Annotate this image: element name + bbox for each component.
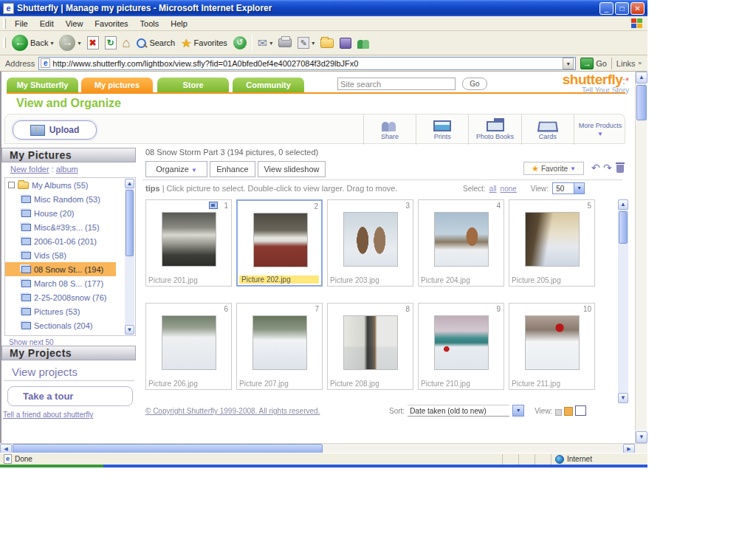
back-dropdown-icon[interactable]: ▾ bbox=[50, 40, 53, 47]
edit-dropdown-icon[interactable]: ▾ bbox=[312, 40, 315, 47]
tell-friend-link[interactable]: Tell a friend about shutterfly bbox=[3, 411, 93, 419]
photo-thumbnail[interactable] bbox=[343, 212, 398, 267]
favorite-button[interactable]: ★ Favorite ▼ bbox=[523, 162, 584, 175]
photo-thumbnail[interactable] bbox=[252, 315, 307, 370]
checkbox[interactable] bbox=[8, 182, 15, 188]
minimize-button[interactable]: _ bbox=[599, 2, 614, 15]
go-button[interactable]: → Go bbox=[580, 58, 607, 69]
scrollbar-thumb[interactable] bbox=[636, 85, 647, 120]
album-item[interactable]: House (20) bbox=[5, 206, 135, 220]
scroll-up-icon[interactable]: ▲ bbox=[636, 72, 647, 83]
forward-dropdown-icon[interactable]: ▾ bbox=[78, 40, 80, 47]
photo-card-selected[interactable]: 2 Picture 202.jpg bbox=[236, 199, 323, 287]
rotate-left-icon[interactable]: ↶ bbox=[591, 162, 600, 174]
back-button[interactable]: ← Back ▾ bbox=[9, 32, 56, 53]
messenger-button[interactable] bbox=[354, 32, 374, 53]
photo-thumbnail[interactable] bbox=[253, 213, 308, 267]
scroll-up-icon[interactable]: ▲ bbox=[618, 199, 628, 210]
address-input-box[interactable]: e ▾ bbox=[38, 57, 576, 70]
rotate-right-icon[interactable]: ↷ bbox=[603, 162, 612, 174]
mail-dropdown-icon[interactable]: ▾ bbox=[269, 40, 272, 47]
menu-view[interactable]: View bbox=[60, 18, 89, 30]
menu-tools[interactable]: Tools bbox=[134, 18, 165, 30]
view-count-dropdown-icon[interactable]: ▼ bbox=[574, 183, 584, 193]
photo-card[interactable]: 6 Picture 206.jpg bbox=[145, 303, 232, 390]
album-item[interactable]: Misc&#39;s... (15) bbox=[5, 220, 135, 234]
address-input[interactable] bbox=[52, 59, 563, 68]
photo-card[interactable]: 1 Picture 201.jpg bbox=[145, 199, 232, 287]
view-count-select[interactable]: 50 ▼ bbox=[552, 182, 585, 194]
photo-thumbnail[interactable] bbox=[434, 212, 489, 267]
horizontal-scrollbar[interactable]: ◀ ▶ bbox=[0, 443, 647, 453]
sort-dropdown-icon[interactable]: ▼ bbox=[512, 405, 524, 417]
view-projects-link[interactable]: View projects bbox=[12, 366, 78, 378]
scrollbar-thumb[interactable] bbox=[619, 211, 628, 244]
mail-button[interactable]: ✉ ▾ bbox=[255, 32, 275, 53]
print-button[interactable] bbox=[275, 32, 295, 53]
new-folder-link[interactable]: New folder bbox=[10, 165, 49, 174]
menu-edit[interactable]: Edit bbox=[34, 18, 60, 30]
medium-size-icon[interactable] bbox=[564, 407, 573, 416]
enhance-button[interactable]: Enhance bbox=[210, 161, 255, 177]
photo-card[interactable]: 5 Picture 205.jpg bbox=[509, 199, 595, 287]
select-all-link[interactable]: all bbox=[489, 185, 497, 193]
scroll-up-icon[interactable]: ▲ bbox=[125, 179, 134, 188]
refresh-button[interactable]: ↻ bbox=[102, 32, 120, 53]
home-button[interactable]: ⌂ bbox=[120, 32, 134, 53]
scrollbar-thumb[interactable] bbox=[126, 190, 134, 256]
discuss-button[interactable] bbox=[337, 32, 354, 53]
title-bar[interactable]: e Shutterfly | Manage my pictures - Micr… bbox=[0, 0, 647, 16]
photo-card[interactable]: 9 Picture 210.jpg bbox=[418, 303, 504, 390]
menu-favorites[interactable]: Favorites bbox=[89, 18, 134, 30]
select-none-link[interactable]: none bbox=[501, 185, 517, 193]
photo-card[interactable]: 7 Picture 207.jpg bbox=[236, 303, 323, 390]
large-size-icon[interactable] bbox=[575, 405, 586, 416]
grid-scrollbar[interactable]: ▲ ▼ bbox=[618, 199, 628, 403]
scroll-down-icon[interactable]: ▼ bbox=[618, 393, 628, 403]
scroll-down-icon[interactable]: ▼ bbox=[636, 431, 647, 443]
close-button[interactable]: ✕ bbox=[630, 2, 645, 15]
links-button[interactable]: Links » bbox=[611, 58, 647, 69]
history-button[interactable]: ↺ bbox=[230, 32, 250, 53]
photo-thumbnail[interactable] bbox=[162, 212, 216, 267]
forward-button[interactable]: → ▾ bbox=[56, 32, 83, 53]
albums-scrollbar[interactable]: ▲ ▼ bbox=[125, 179, 134, 335]
photo-card[interactable]: 4 Picture 204.jpg bbox=[418, 199, 504, 287]
view-slideshow-button[interactable]: View slideshow bbox=[258, 161, 326, 177]
album-item[interactable]: Sectionals (204) bbox=[5, 318, 135, 332]
photo-card[interactable]: 10 Picture 211.jpg bbox=[509, 303, 595, 390]
trash-icon[interactable] bbox=[616, 162, 625, 173]
sort-select[interactable]: Date taken (old to new) bbox=[408, 405, 509, 417]
photo-thumbnail[interactable] bbox=[343, 315, 398, 370]
album-item[interactable]: Vids (58) bbox=[5, 248, 135, 262]
maximize-button[interactable]: □ bbox=[615, 2, 629, 15]
menu-file[interactable]: File bbox=[9, 18, 34, 30]
scroll-down-icon[interactable]: ▼ bbox=[125, 325, 134, 335]
upload-button[interactable]: Upload bbox=[13, 120, 97, 140]
album-item[interactable]: 2006-01-06 (201) bbox=[5, 234, 135, 248]
photo-thumbnail[interactable] bbox=[525, 315, 580, 370]
album-link[interactable]: album bbox=[56, 165, 78, 174]
search-button[interactable]: Search bbox=[133, 32, 178, 53]
vertical-scrollbar[interactable]: ▲ ▼ bbox=[635, 72, 647, 443]
take-tour-button[interactable]: Take a tour bbox=[7, 386, 133, 406]
albums-root-row[interactable]: My Albums (55) bbox=[5, 178, 135, 192]
stop-button[interactable]: ✖ bbox=[84, 32, 102, 53]
photo-thumbnail[interactable] bbox=[434, 315, 489, 370]
album-item[interactable]: March 08 S... (177) bbox=[5, 276, 135, 290]
menu-help[interactable]: Help bbox=[165, 18, 193, 30]
favorites-button[interactable]: ★ Favorites bbox=[178, 32, 230, 53]
album-item[interactable]: Misc Random (53) bbox=[5, 192, 135, 206]
album-item[interactable]: 2-25-2008snow (76) bbox=[5, 290, 135, 304]
photo-thumbnail[interactable] bbox=[525, 212, 580, 267]
photo-card[interactable]: 8 Picture 208.jpg bbox=[327, 303, 413, 390]
album-item[interactable]: Pictures (53) bbox=[5, 304, 135, 318]
folders-button[interactable] bbox=[317, 32, 337, 53]
edit-button[interactable]: ✎ ▾ bbox=[295, 32, 317, 53]
album-item-selected[interactable]: 08 Snow St... (194) bbox=[5, 262, 116, 276]
tab-my-shutterfly[interactable]: My Shutterfly bbox=[7, 78, 78, 92]
organize-button[interactable]: Organize ▼ bbox=[145, 161, 207, 177]
photo-card[interactable]: 3 Picture 203.jpg bbox=[327, 199, 413, 287]
photo-thumbnail[interactable] bbox=[162, 315, 216, 370]
small-size-icon[interactable] bbox=[555, 409, 562, 416]
